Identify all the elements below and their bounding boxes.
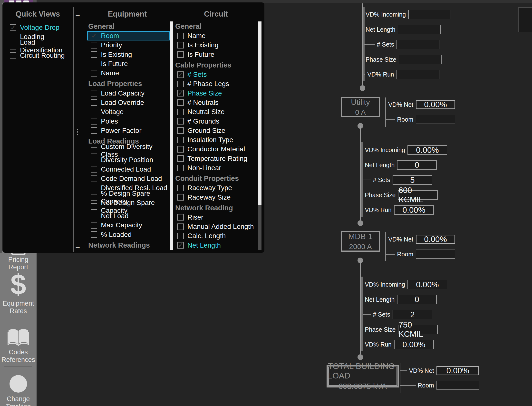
circuit-option[interactable]: Neutral Size [174, 107, 258, 116]
equipment-option[interactable]: Name [85, 68, 170, 78]
circuit-option[interactable]: Raceway Size [174, 193, 258, 202]
circuit-option[interactable]: Is Future [174, 50, 258, 59]
book-icon[interactable] [7, 328, 29, 347]
sidebar-item-change-tracking[interactable]: ChangeTracking [0, 395, 37, 406]
checkbox[interactable] [177, 223, 184, 230]
checkbox[interactable] [177, 233, 184, 239]
checkbox[interactable] [91, 203, 97, 210]
checkbox[interactable] [177, 165, 184, 171]
circuit-option[interactable]: Conductor Material [174, 145, 258, 154]
checkbox[interactable] [91, 118, 97, 125]
checkbox[interactable] [177, 127, 184, 134]
circuit-scrollbar[interactable] [258, 21, 261, 250]
sets-field[interactable]: 5 [393, 175, 432, 185]
checkbox[interactable] [177, 185, 184, 191]
circuit-option-net-length[interactable]: Net Length [174, 241, 258, 250]
circuit-option[interactable]: Riser [174, 213, 258, 222]
checkbox[interactable] [177, 242, 184, 249]
checkbox[interactable] [177, 99, 184, 106]
circuit-option[interactable]: # Grounds [174, 116, 258, 126]
equipment-option[interactable]: Code Demand Load [85, 174, 170, 183]
checkbox[interactable] [91, 231, 97, 238]
circuit-option[interactable]: # Neutrals [174, 98, 258, 107]
dollar-icon[interactable]: $ [0, 270, 37, 299]
equipment-option[interactable]: Is Future [85, 59, 170, 68]
circuit-option[interactable]: Calc. Length [174, 231, 258, 241]
equipment-option[interactable]: Load Override [85, 98, 170, 107]
expand-arrow-icon[interactable]: → [74, 11, 82, 18]
scrollbar-thumb[interactable] [258, 21, 261, 205]
checkbox[interactable] [91, 127, 97, 134]
checkbox[interactable] [91, 194, 97, 201]
vd-run-field[interactable]: 0.00% [394, 340, 434, 349]
equipment-option[interactable]: Custom Diversity Class [85, 146, 170, 155]
sidebar-item-equipment-rates[interactable]: EquipmentRates [0, 300, 37, 315]
circuit-option-phase-size[interactable]: Phase Size [174, 88, 258, 98]
circuit-option[interactable]: Raceway Type [174, 183, 258, 193]
equipment-option[interactable]: Voltage [85, 107, 170, 116]
sets-field[interactable]: 2 [393, 310, 432, 319]
checkbox[interactable] [177, 33, 184, 39]
checkbox[interactable] [91, 61, 97, 67]
circuit-option[interactable]: Is Existing [174, 40, 258, 50]
checkbox[interactable] [91, 109, 97, 115]
vd-incoming-field[interactable]: 0.00% [407, 280, 447, 289]
quick-view-voltage-drop[interactable]: Voltage Drop [2, 23, 73, 32]
checkbox[interactable] [91, 166, 97, 173]
vd-run-field[interactable] [397, 70, 439, 79]
checkbox[interactable] [91, 51, 97, 58]
room-field[interactable] [416, 115, 455, 124]
checkbox[interactable] [91, 33, 97, 39]
room-field[interactable] [416, 250, 455, 259]
circuit-option[interactable]: Temperature Rating [174, 154, 258, 163]
mdb-1-node[interactable]: MDB-1 2000 A [341, 231, 380, 252]
checkbox[interactable] [10, 34, 16, 40]
equipment-option[interactable]: Net Design Spare Capacity [85, 202, 170, 211]
checkbox[interactable] [91, 42, 97, 48]
scrollbar-thumb[interactable] [170, 21, 173, 250]
checkbox[interactable] [10, 43, 16, 49]
checkbox[interactable] [177, 214, 184, 221]
equipment-option[interactable]: Is Existing [85, 50, 170, 59]
checkbox[interactable] [177, 51, 184, 58]
equipment-option[interactable]: Load Capacity [85, 88, 170, 98]
equipment-option-room[interactable]: Room [87, 31, 170, 40]
quick-view-circuit-routing[interactable]: Circuit Routing [2, 51, 73, 60]
checkbox[interactable] [177, 155, 184, 162]
utility-node[interactable]: Utility 0 A [341, 97, 380, 117]
checkbox[interactable] [177, 71, 184, 78]
checkbox[interactable] [177, 42, 184, 48]
circuit-option-sets[interactable]: # Sets [174, 70, 258, 79]
vd-net-field[interactable]: 0.00% [416, 235, 455, 244]
circuit-option[interactable]: Insulation Type [174, 135, 258, 145]
checkbox[interactable] [177, 137, 184, 143]
vd-run-field[interactable]: 0.00% [394, 205, 434, 215]
vd-net-field[interactable]: 0.00% [416, 100, 455, 109]
circuit-option[interactable]: # Phase Legs [174, 79, 258, 88]
checkbox[interactable] [91, 90, 97, 97]
compass-icon[interactable] [9, 375, 28, 393]
equipment-option[interactable]: Max Capacity [85, 221, 170, 230]
checkbox[interactable] [10, 52, 16, 59]
checkbox[interactable] [91, 147, 97, 154]
net-length-field[interactable] [398, 25, 441, 34]
equipment-option[interactable]: Poles [85, 116, 170, 126]
equipment-scrollbar[interactable] [170, 21, 173, 250]
checkbox[interactable] [177, 194, 184, 201]
net-length-field[interactable]: 0 [397, 160, 437, 170]
checkbox[interactable] [91, 70, 97, 77]
equipment-option[interactable]: Priority [85, 40, 170, 50]
expand-arrow-icon[interactable]: → [74, 243, 82, 250]
quick-view-load-diversification[interactable]: Load Diversification [2, 42, 73, 51]
phase-size-field[interactable]: 750 KCMIL [398, 325, 438, 334]
drag-grip-icon[interactable] [77, 127, 78, 137]
checkbox[interactable] [91, 157, 97, 163]
circuit-option[interactable]: Ground Size [174, 126, 258, 135]
checkbox[interactable] [91, 175, 97, 182]
checkbox[interactable] [177, 109, 184, 115]
vd-incoming-field[interactable] [408, 10, 451, 19]
checkbox[interactable] [10, 24, 16, 31]
checkbox[interactable] [91, 213, 97, 219]
vd-net-field[interactable]: 0.00% [436, 366, 479, 375]
sidebar-item-codes-references[interactable]: CodesReferences [0, 348, 37, 364]
